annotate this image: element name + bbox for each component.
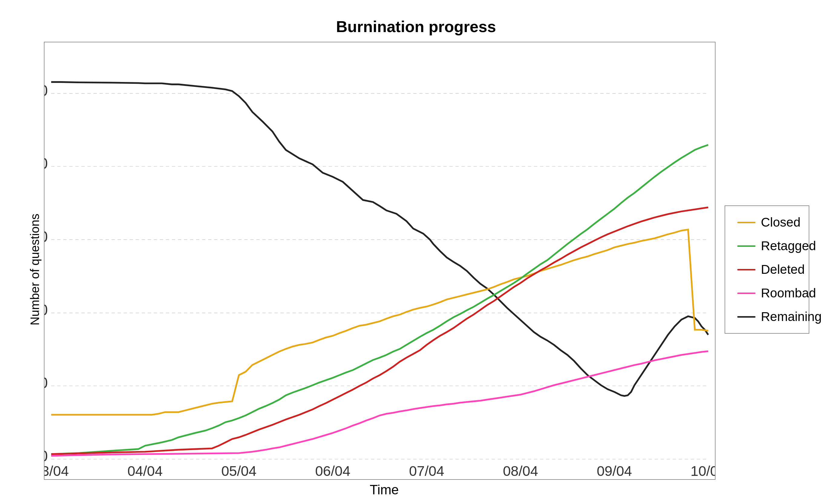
svg-text:05/04: 05/04 (221, 463, 256, 479)
remaining-legend-label: Remaining (761, 310, 822, 324)
closed-legend-label: Closed (761, 215, 801, 230)
svg-text:1,000: 1,000 (45, 82, 48, 99)
svg-text:200: 200 (45, 374, 48, 392)
svg-text:400: 400 (45, 301, 48, 319)
svg-text:06/04: 06/04 (315, 463, 350, 479)
legend-item-closed: Closed (737, 215, 801, 230)
chart-svg: 0 200 400 600 800 1,000 03/04 04/04 05/0… (45, 42, 715, 479)
roombad-line (51, 351, 708, 456)
svg-text:800: 800 (45, 155, 48, 172)
closed-legend-line (737, 222, 755, 223)
svg-text:07/04: 07/04 (409, 463, 444, 479)
legend-item-retagged: Retagged (737, 239, 816, 253)
chart-title: Burnination progress (336, 18, 496, 36)
svg-text:0: 0 (45, 448, 48, 465)
roombad-legend-line (737, 293, 755, 294)
remaining-line (51, 82, 708, 396)
deleted-legend-label: Deleted (761, 262, 805, 277)
deleted-line (51, 208, 708, 454)
legend: Closed Retagged Deleted Roombad Remainin… (725, 205, 809, 334)
chart-wrapper: 0 200 400 600 800 1,000 03/04 04/04 05/0… (44, 42, 725, 497)
x-axis-label: Time (44, 482, 725, 497)
remaining-legend-line (737, 316, 755, 318)
svg-text:09/04: 09/04 (597, 463, 632, 479)
svg-text:10/04: 10/04 (691, 463, 715, 479)
closed-line (51, 230, 708, 415)
roombad-legend-label: Roombad (761, 286, 816, 300)
svg-text:08/04: 08/04 (503, 463, 538, 479)
chart-body: Number of questions (23, 42, 809, 497)
svg-text:04/04: 04/04 (127, 463, 162, 479)
legend-item-remaining: Remaining (737, 310, 822, 324)
deleted-legend-line (737, 269, 755, 270)
retagged-line (51, 145, 708, 454)
retagged-legend-line (737, 245, 755, 247)
retagged-legend-label: Retagged (761, 239, 816, 253)
chart-area: 0 200 400 600 800 1,000 03/04 04/04 05/0… (44, 42, 716, 480)
legend-item-deleted: Deleted (737, 262, 805, 277)
y-axis-label: Number of questions (23, 42, 44, 497)
chart-container: Burnination progress Number of questions (23, 18, 809, 486)
svg-text:600: 600 (45, 229, 48, 245)
svg-text:03/04: 03/04 (45, 463, 69, 479)
legend-item-roombad: Roombad (737, 286, 816, 300)
